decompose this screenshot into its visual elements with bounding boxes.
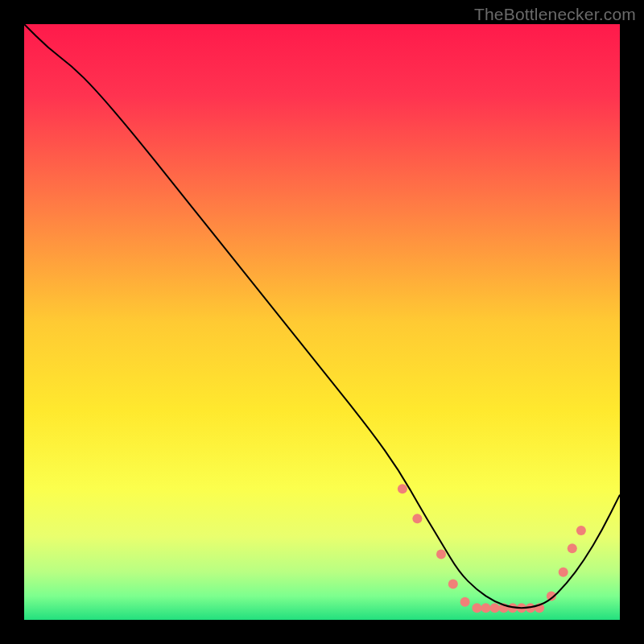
chart-stage: TheBottlenecker.com <box>0 0 644 644</box>
data-marker <box>490 603 500 613</box>
data-marker <box>472 603 481 613</box>
data-marker <box>460 597 470 607</box>
data-marker <box>412 514 422 523</box>
gradient-background <box>24 24 620 620</box>
data-marker <box>568 543 577 553</box>
plot-area <box>24 24 620 620</box>
data-marker <box>559 568 568 577</box>
watermark-text: TheBottlenecker.com <box>474 5 636 24</box>
data-marker <box>448 580 458 589</box>
data-marker <box>436 550 446 559</box>
data-marker <box>398 484 407 493</box>
data-marker <box>481 603 491 613</box>
data-marker <box>576 526 586 535</box>
chart-svg <box>24 24 620 620</box>
